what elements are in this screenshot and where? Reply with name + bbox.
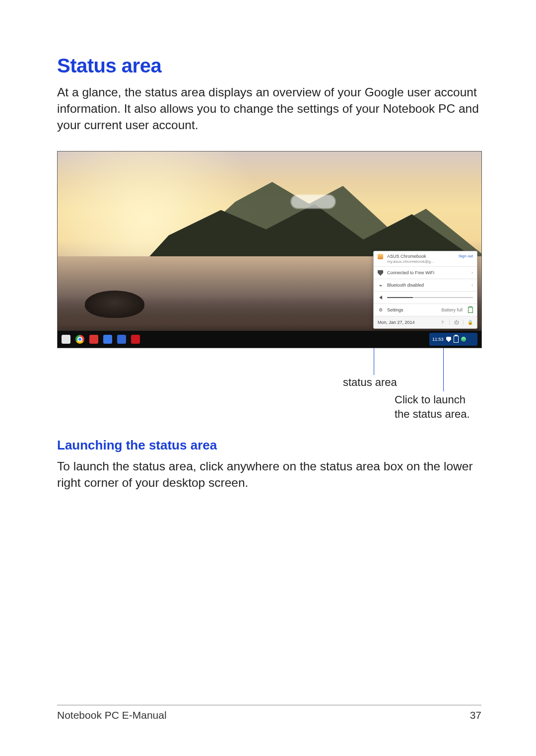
google-search-icon[interactable] (103, 335, 112, 344)
intro-paragraph: At a glance, the status area displays an… (57, 84, 481, 133)
panel-volume-row[interactable] (374, 292, 477, 304)
callout-click-launch: Click to launch the status area. (395, 393, 470, 421)
panel-wifi-row[interactable]: Connected to Free WiFi › (374, 267, 477, 279)
gear-icon: ⚙ (378, 307, 383, 313)
bluetooth-icon: ⌁ (378, 283, 383, 288)
wallpaper: ASUS Chromebook my.asus.chromebook@g... … (57, 151, 482, 348)
status-panel[interactable]: ASUS Chromebook my.asus.chromebook@g... … (373, 251, 477, 329)
volume-slider[interactable] (387, 297, 473, 298)
section-title: Status area (57, 55, 481, 77)
battery-label: Battery full (441, 307, 463, 312)
chevron-right-icon: › (471, 270, 473, 275)
panel-footer-row: Mon, Jan 27, 2014 ? ⏻ 🔒 (374, 316, 477, 328)
tray-wifi-icon (446, 337, 451, 342)
page-footer: Notebook PC E-Manual 37 (57, 705, 481, 721)
bluetooth-label: Bluetooth disabled (387, 283, 468, 288)
status-tray[interactable]: 11:53 (429, 333, 477, 346)
volume-icon (378, 295, 383, 301)
account-email: my.asus.chromebook@g... (387, 259, 434, 264)
docs-icon[interactable] (117, 335, 126, 344)
settings-label: Settings (387, 307, 437, 312)
desktop-screenshot: ASUS Chromebook my.asus.chromebook@g... … (57, 151, 482, 348)
footer-page-number: 37 (470, 709, 481, 721)
footer-manual-name: Notebook PC E-Manual (57, 709, 167, 721)
user-avatar-icon (378, 254, 383, 259)
sign-out-link[interactable]: Sign out (459, 254, 473, 258)
lock-icon[interactable]: 🔒 (463, 320, 473, 325)
wifi-icon (378, 270, 383, 276)
tray-user-icon (461, 337, 466, 342)
battery-icon (468, 307, 473, 313)
callout-line (443, 348, 444, 391)
help-icon[interactable]: ? (440, 320, 445, 325)
taskbar: 11:53 (58, 331, 481, 348)
panel-date: Mon, Jan 27, 2014 (378, 320, 436, 325)
power-icon[interactable]: ⏻ (449, 320, 459, 325)
apps-launcher-icon[interactable] (62, 335, 70, 344)
youtube-icon[interactable] (131, 335, 140, 344)
subsection-title: Launching the status area (57, 438, 481, 453)
panel-bluetooth-row[interactable]: ⌁ Bluetooth disabled › (374, 279, 477, 292)
callout-status-area: status area (343, 376, 397, 389)
callout-line (374, 348, 374, 375)
tray-time: 11:53 (432, 337, 444, 342)
chrome-icon[interactable] (75, 335, 84, 344)
wifi-label: Connected to Free WiFi (387, 270, 468, 275)
gmail-icon[interactable] (89, 335, 98, 344)
panel-settings-row[interactable]: ⚙ Settings Battery full (374, 304, 477, 316)
chevron-right-icon: › (471, 283, 473, 288)
panel-account-row[interactable]: ASUS Chromebook my.asus.chromebook@g... … (374, 251, 477, 267)
tray-battery-icon (454, 336, 459, 343)
subsection-body: To launch the status area, click anywher… (57, 458, 481, 491)
account-name: ASUS Chromebook (387, 254, 434, 259)
